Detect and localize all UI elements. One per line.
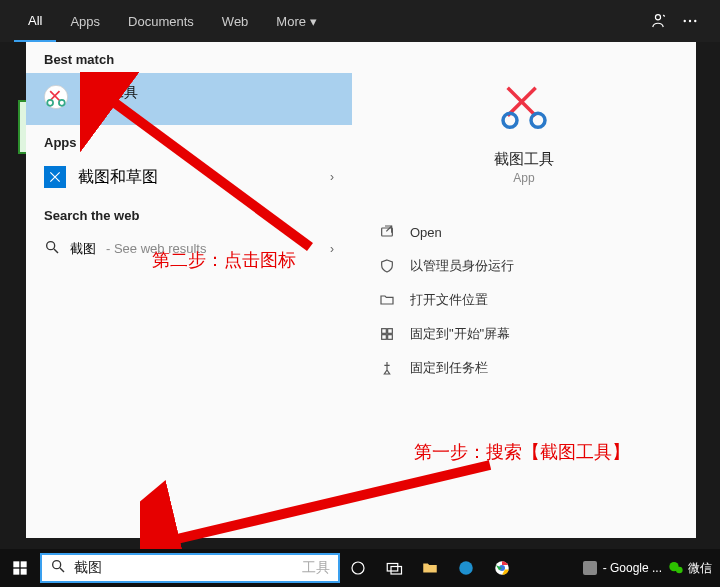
taskbar: 工具 - Google ... 微信 (0, 549, 720, 587)
category-web[interactable]: Web (208, 0, 263, 42)
action-open[interactable]: Open (372, 215, 676, 249)
system-tray: - Google ... 微信 (583, 560, 720, 577)
svg-rect-19 (13, 569, 19, 575)
category-all[interactable]: All (14, 0, 56, 42)
preview-title: 截图工具 (494, 150, 554, 169)
file-explorer-icon[interactable] (412, 549, 448, 587)
action-label: 固定到任务栏 (410, 359, 488, 377)
action-label: Open (410, 225, 442, 240)
svg-rect-17 (13, 561, 19, 567)
tray-wechat-label: 微信 (688, 560, 712, 577)
folder-icon (378, 291, 396, 309)
start-button[interactable] (0, 549, 40, 587)
open-icon (378, 223, 396, 241)
edge-icon[interactable] (448, 549, 484, 587)
svg-rect-18 (21, 561, 27, 567)
apps-result-title: 截图和草图 (78, 167, 158, 188)
svg-point-22 (352, 562, 364, 574)
web-result-query: 截图 (70, 240, 96, 258)
svg-rect-14 (388, 335, 393, 340)
taskbar-pinned-icons (340, 549, 520, 587)
svg-point-21 (53, 561, 61, 569)
action-open-file-location[interactable]: 打开文件位置 (372, 283, 676, 317)
task-view-icon[interactable] (376, 549, 412, 587)
web-result-hint: - See web results (106, 241, 206, 256)
action-run-as-admin[interactable]: 以管理员身份运行 (372, 249, 676, 283)
category-label: All (28, 13, 42, 28)
svg-point-29 (676, 567, 683, 574)
results-left-column: Best match 截图工具 App Apps 截图和草图 › Search … (26, 42, 352, 538)
preview-snipping-tool-icon (492, 72, 556, 136)
svg-rect-12 (388, 329, 393, 334)
snip-sketch-icon (44, 166, 66, 188)
svg-rect-11 (382, 329, 387, 334)
best-match-sub: App (82, 102, 138, 114)
svg-point-9 (531, 113, 545, 127)
action-label: 固定到"开始"屏幕 (410, 325, 510, 343)
apps-result-item[interactable]: 截图和草图 › (26, 156, 352, 198)
category-apps[interactable]: Apps (56, 0, 114, 42)
search-web-heading: Search the web (26, 198, 352, 229)
category-label: Documents (128, 14, 194, 29)
category-label: More (276, 14, 306, 29)
search-ghost-text: 工具 (302, 559, 330, 577)
tray-google-label[interactable]: - Google ... (603, 561, 662, 575)
action-pin-to-taskbar[interactable]: 固定到任务栏 (372, 351, 676, 385)
best-match-item[interactable]: 截图工具 App (26, 73, 352, 125)
svg-point-1 (684, 20, 686, 22)
svg-point-2 (689, 20, 691, 22)
preview-sub: App (513, 171, 534, 185)
action-label: 以管理员身份运行 (410, 257, 514, 275)
svg-point-25 (459, 561, 473, 575)
category-more[interactable]: More ▾ (262, 0, 331, 42)
best-match-title: 截图工具 (82, 84, 138, 102)
taskbar-search-input[interactable] (74, 560, 298, 576)
more-options-icon[interactable] (674, 5, 706, 37)
best-match-heading: Best match (26, 42, 352, 73)
svg-rect-23 (387, 564, 398, 572)
admin-icon (378, 257, 396, 275)
web-result-item[interactable]: 截图 - See web results › (26, 229, 352, 268)
pin-taskbar-icon (378, 359, 396, 377)
category-documents[interactable]: Documents (114, 0, 208, 42)
search-results-panel: Best match 截图工具 App Apps 截图和草图 › Search … (26, 42, 696, 538)
cortana-icon[interactable] (340, 549, 376, 587)
search-icon (50, 558, 66, 578)
tray-wechat[interactable]: 微信 (668, 560, 712, 577)
search-icon (44, 239, 60, 258)
svg-rect-13 (382, 335, 387, 340)
svg-rect-20 (21, 569, 27, 575)
action-pin-to-start[interactable]: 固定到"开始"屏幕 (372, 317, 676, 351)
svg-point-0 (655, 15, 660, 20)
apps-heading: Apps (26, 125, 352, 156)
svg-point-7 (47, 242, 55, 250)
chevron-right-icon: › (330, 242, 334, 256)
chevron-down-icon: ▾ (310, 14, 317, 29)
snipping-tool-icon (42, 83, 70, 115)
chevron-right-icon: › (330, 170, 334, 184)
tray-app-icon[interactable] (583, 561, 597, 575)
pin-start-icon (378, 325, 396, 343)
taskbar-search-box[interactable]: 工具 (40, 553, 340, 583)
preview-actions: Open 以管理员身份运行 打开文件位置 固定到"开始"屏幕 固定到任务栏 (372, 215, 676, 385)
feedback-icon[interactable] (642, 5, 674, 37)
chrome-icon[interactable] (484, 549, 520, 587)
action-label: 打开文件位置 (410, 291, 488, 309)
category-label: Web (222, 14, 249, 29)
svg-rect-10 (382, 228, 393, 236)
category-label: Apps (70, 14, 100, 29)
search-category-bar: All Apps Documents Web More ▾ (0, 0, 720, 42)
svg-rect-24 (391, 567, 402, 575)
svg-point-3 (694, 20, 696, 22)
results-preview-column: 截图工具 App Open 以管理员身份运行 打开文件位置 固定到"开始"屏幕 … (352, 42, 696, 538)
